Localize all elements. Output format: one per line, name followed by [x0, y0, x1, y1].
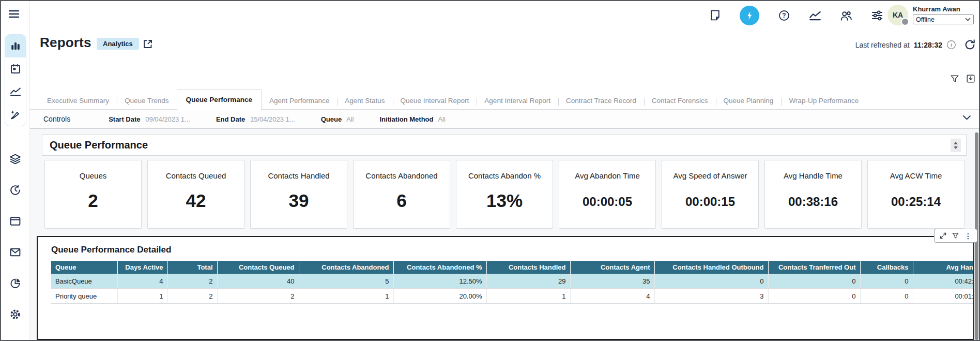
widget-toolbar: ⋮ — [934, 229, 977, 243]
sidebar-item-pie-reports[interactable] — [9, 277, 21, 289]
history-icon — [9, 184, 21, 196]
expand-button[interactable] — [940, 232, 946, 239]
tab-queue-interval-report[interactable]: Queue Interval Report — [393, 92, 477, 109]
tab-wrap-up-performance[interactable]: Wrap-Up Performance — [781, 92, 866, 109]
tab-contract-trace-record[interactable]: Contract Trace Record — [558, 92, 644, 109]
bar-chart-icon — [10, 40, 21, 52]
sidebar-item-settings[interactable] — [9, 308, 21, 320]
metrics-button[interactable] — [809, 9, 821, 22]
section-header: Queue Performance — [42, 134, 967, 156]
col-contacts-queued[interactable]: Contacts Queued — [217, 261, 299, 274]
tab-agent-status[interactable]: Agent Status — [337, 92, 392, 109]
section-spinner[interactable] — [951, 139, 961, 152]
realtime-button[interactable] — [740, 6, 759, 25]
design-brush-icon — [10, 109, 21, 120]
external-link-icon[interactable] — [142, 38, 154, 50]
sidebar-item-mail[interactable] — [9, 246, 21, 258]
tab-queue-planning[interactable]: Queue Planning — [716, 92, 782, 109]
col-contacts-handled[interactable]: Contacts Handled — [486, 261, 570, 274]
notes-button[interactable] — [709, 9, 721, 21]
filter-icon[interactable] — [950, 74, 959, 83]
controls-bar: Controls Start Date 09/04/2023 1... End … — [30, 110, 979, 129]
col-days-active[interactable]: Days Active — [117, 261, 167, 274]
user-menu[interactable]: KA Khurram Awan Offline — [887, 5, 974, 25]
detail-table: Queue Days Active Total Contacts Queued … — [51, 261, 973, 304]
detail-table-title: Queue Performance Detailed — [51, 245, 171, 255]
topbar: ? KA Khurram — [30, 1, 979, 29]
sidebar-item-calendar[interactable] — [5, 57, 26, 80]
hamburger-menu-icon[interactable] — [7, 7, 21, 21]
col-contacts-handled-outbound[interactable]: Contacts Handled Outbound — [654, 261, 768, 274]
note-icon — [709, 9, 721, 21]
table-header-row: Queue Days Active Total Contacts Queued … — [51, 261, 973, 274]
col-contacts-tranferred-out[interactable]: Contacts Tranferred Out — [768, 261, 860, 274]
gear-icon — [9, 308, 21, 320]
sidebar-item-history[interactable] — [9, 184, 21, 196]
col-contacts-abandoned-pct[interactable]: Contacts Abandoned % — [393, 261, 486, 274]
col-avg-handle[interactable]: Avg Handl. — [913, 261, 973, 274]
line-chart-icon — [10, 86, 21, 97]
analytics-badge: Analytics — [97, 38, 139, 50]
kpi-card-avg-abandon-time: Avg Abandon Time 00:00:05 — [559, 160, 656, 229]
col-total[interactable]: Total — [167, 261, 217, 274]
tab-agent-interval-report[interactable]: Agent Interval Report — [477, 92, 558, 109]
download-icon[interactable] — [966, 74, 975, 83]
filter-start-date[interactable]: Start Date 09/04/2023 1... — [109, 115, 190, 123]
table-row-priority-queue[interactable]: Priority queue1 22 120.00% 14 30 000:01:… — [51, 289, 973, 304]
col-queue[interactable]: Queue — [51, 261, 117, 274]
controls-chevron-down-icon[interactable] — [962, 115, 971, 121]
question-glyph: ? — [782, 12, 786, 19]
kpi-card-queues: Queues 2 — [44, 160, 142, 229]
spinner-down-icon[interactable] — [954, 146, 958, 149]
queue-performance-detailed-panel: Queue Performance Detailed Queue Days Ac… — [37, 236, 974, 340]
sidebar-item-layers[interactable] — [9, 153, 21, 165]
last-refreshed: Last refreshed at 11:28:32 i — [855, 40, 956, 50]
page-title: Reports — [40, 35, 91, 51]
chevron-down-icon — [965, 18, 971, 21]
filter-queue[interactable]: Queue All — [321, 115, 354, 123]
tab-contact-forensics[interactable]: Contact Forensics — [644, 92, 716, 109]
sidebar-item-design[interactable] — [5, 103, 26, 126]
expand-icon — [940, 232, 946, 239]
refresh-icon[interactable] — [964, 39, 976, 51]
topbar-icons: ? — [709, 1, 883, 29]
tab-queue-performance[interactable]: Queue Performance — [177, 89, 262, 110]
status-dot — [901, 18, 909, 26]
help-button[interactable]: ? — [778, 9, 790, 22]
section-title: Queue Performance — [42, 139, 148, 151]
kpi-card-contacts-handled: Contacts Handled 39 — [250, 160, 347, 229]
kpi-card-contacts-abandoned: Contacts Abandoned 6 — [353, 160, 450, 229]
metrics-chart-icon — [809, 9, 821, 22]
kpi-card-avg-handle-time: Avg Handle Time 00:38:16 — [764, 160, 862, 229]
filter-end-date[interactable]: End Date 15/04/2023 1... — [216, 115, 295, 123]
kpi-cards: Queues 2 Contacts Queued 42 Contacts Han… — [44, 160, 964, 229]
last-refreshed-label: Last refreshed at — [855, 41, 910, 49]
kpi-card-avg-speed-of-answer: Avg Speed of Answer 00:00:15 — [662, 160, 759, 229]
col-callbacks[interactable]: Callbacks — [860, 261, 913, 274]
tab-executive-summary[interactable]: Executive Summary — [39, 92, 117, 109]
main-content: Reports Analytics Last refreshed at 11:2… — [30, 29, 979, 340]
sidebar — [1, 1, 30, 340]
table-row-basicqueue[interactable]: BasicQueue4 240 512.50% 2935 00 000:42:2… — [51, 274, 973, 289]
widget-filter-icon — [952, 232, 959, 239]
spinner-up-icon[interactable] — [954, 142, 958, 144]
users-button[interactable] — [840, 9, 852, 22]
sidebar-item-browser[interactable] — [9, 215, 21, 227]
status-value: Offline — [916, 16, 935, 23]
filter-initiation-method[interactable]: Initiation Method All — [379, 115, 445, 123]
info-icon[interactable]: i — [946, 40, 956, 50]
sliders-button[interactable] — [871, 9, 883, 22]
sidebar-item-analytics[interactable] — [5, 35, 26, 57]
tab-agent-performance[interactable]: Agent Performance — [262, 92, 337, 109]
col-contacts-agent[interactable]: Contacts Agent — [570, 261, 654, 274]
col-contacts-abandoned[interactable]: Contacts Abandoned — [299, 261, 393, 274]
tab-queue-trends[interactable]: Queue Trends — [117, 92, 177, 109]
status-select[interactable]: Offline — [913, 14, 974, 24]
help-icon: ? — [778, 9, 790, 22]
sidebar-item-metrics[interactable] — [5, 80, 26, 103]
widget-filter-button[interactable] — [952, 232, 959, 239]
calendar-icon — [10, 63, 21, 75]
more-options-button[interactable]: ⋮ — [964, 232, 972, 240]
pie-chart-icon — [9, 277, 21, 289]
report-tabs: Executive Summary Queue Trends Queue Per… — [30, 88, 979, 110]
